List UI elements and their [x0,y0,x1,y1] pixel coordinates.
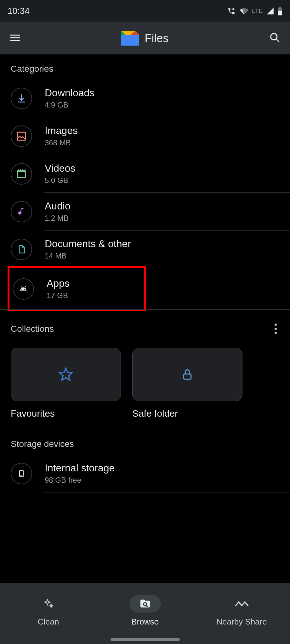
nav-label: Clean [38,617,59,627]
gesture-bar[interactable] [0,638,290,644]
category-size: 5.0 GB [45,176,75,185]
category-videos[interactable]: Videos 5.0 GB [0,155,290,192]
category-name: Apps [47,278,70,289]
nav-nearby-share[interactable]: Nearby Share [193,583,290,638]
nav-browse[interactable]: Browse [97,583,193,638]
image-icon [16,131,27,142]
category-apps[interactable]: Apps 17 GB [9,268,144,309]
storage-internal[interactable]: Internal storage 98 GB free [0,455,290,492]
svg-point-15 [24,289,25,290]
gesture-handle-icon [111,638,180,641]
svg-rect-2 [279,7,281,8]
android-icon [18,284,29,294]
network-type-label: LTE [252,8,263,14]
svg-line-11 [276,39,279,42]
divider [44,492,290,492]
svg-point-10 [271,33,277,40]
storage-header: Storage devices [0,430,290,455]
nearby-share-icon [235,598,249,609]
battery-icon [277,7,282,15]
svg-rect-1 [278,11,282,15]
svg-rect-12 [17,132,26,140]
category-size: 368 MB [45,138,78,147]
app-title: Files [145,32,168,45]
category-name: Images [45,125,78,136]
svg-point-14 [21,289,22,290]
collection-label: Safe folder [132,408,242,419]
lock-icon [181,367,194,382]
svg-line-17 [25,286,26,287]
category-size: 14 MB [45,252,131,260]
storage-size: 98 GB free [45,476,115,485]
status-icons: LTE [227,7,282,15]
svg-rect-6 [121,35,139,46]
nav-clean[interactable]: Clean [0,583,97,638]
collections-label: Collections [11,324,54,334]
category-size: 17 GB [47,291,70,300]
category-name: Videos [45,163,75,174]
highlight-annotation: Apps 17 GB [8,266,146,311]
download-icon [16,93,27,104]
more-options-button[interactable] [272,321,279,336]
category-name: Audio [45,200,71,212]
status-time: 10:34 [8,6,30,16]
svg-marker-18 [60,368,72,380]
category-images[interactable]: Images 368 MB [0,117,290,155]
nav-label: Browse [131,617,159,627]
category-name: Documents & other [45,238,131,250]
search-icon [269,31,281,44]
document-icon [17,244,26,255]
category-documents[interactable]: Documents & other 14 MB [0,230,290,268]
category-size: 4.9 GB [45,101,94,109]
more-vert-icon [275,324,277,326]
status-bar: 10:34 LTE [0,0,290,22]
search-button[interactable] [269,31,281,45]
folder-search-icon [139,597,151,610]
audio-icon [17,206,26,217]
video-icon [16,169,27,179]
svg-rect-13 [17,171,26,177]
browse-content: Categories Downloads 4.9 GB Images 368 M… [0,54,290,583]
collection-label: Favourites [11,408,121,419]
category-audio[interactable]: Audio 1.2 MB [0,193,290,230]
category-size: 1.2 MB [45,214,71,223]
wifi-calling-icon [227,7,236,15]
phone-icon [18,468,25,480]
storage-name: Internal storage [45,462,115,474]
cell-signal-icon [266,7,274,15]
hamburger-icon [9,31,21,44]
categories-header: Categories [0,54,290,80]
star-icon [58,367,73,382]
collection-safe-folder[interactable] [132,348,242,401]
bottom-nav: Clean Browse Nearby Share [0,583,290,638]
app-bar: Files [0,22,290,54]
svg-line-16 [21,286,22,287]
wifi-icon [239,7,249,15]
nav-label: Nearby Share [216,617,267,627]
category-name: Downloads [45,87,94,99]
collections-header: Collections [0,310,290,345]
sparkle-icon [42,597,55,610]
hamburger-menu-button[interactable] [9,31,21,45]
collection-favourites[interactable] [11,348,121,401]
files-app-logo-icon [121,31,139,46]
svg-rect-19 [184,374,191,379]
category-downloads[interactable]: Downloads 4.9 GB [0,80,290,117]
